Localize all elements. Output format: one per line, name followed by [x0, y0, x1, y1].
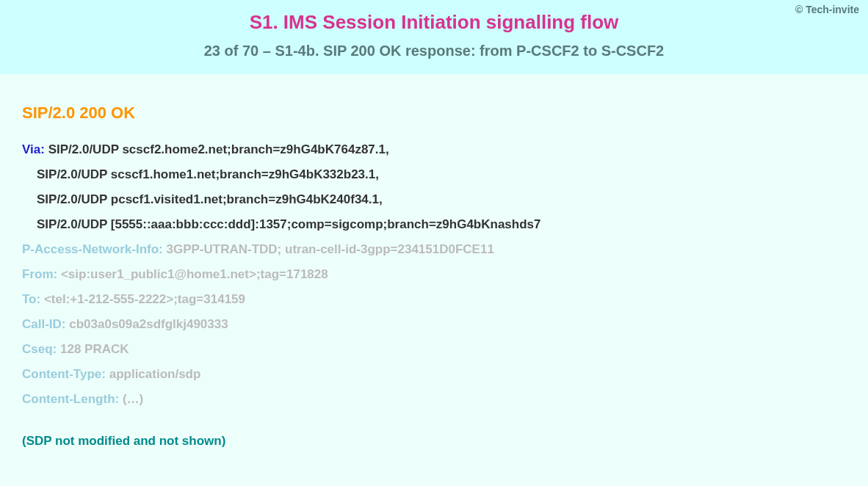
callid-header-line: Call-ID: cb03a0s09a2sdfglkj490333	[22, 312, 846, 337]
callid-header-name: Call-ID:	[22, 317, 66, 331]
copyright-notice: © Tech-invite	[795, 4, 859, 15]
pani-header-name: P-Access-Network-Info:	[22, 242, 163, 256]
cseq-header-value: 128 PRACK	[60, 342, 129, 356]
sdp-note: (SDP not modified and not shown)	[22, 434, 846, 449]
page-subtitle: 23 of 70 – S1-4b. SIP 200 OK response: f…	[15, 43, 853, 59]
via-header-name: Via:	[22, 142, 45, 156]
via-header-value-1: SIP/2.0/UDP scscf2.home2.net;branch=z9hG…	[48, 142, 389, 156]
content-length-header-value: (…)	[123, 392, 143, 406]
cseq-header-line: Cseq: 128 PRACK	[22, 337, 846, 362]
callid-header-value: cb03a0s09a2sdfglkj490333	[69, 317, 228, 331]
cseq-header-name: Cseq:	[22, 342, 57, 356]
to-header-value: <tel:+1-212-555-2222>;tag=314159	[44, 292, 245, 306]
to-header-name: To:	[22, 292, 40, 306]
content-type-header-name: Content-Type:	[22, 367, 106, 381]
sip-message-content: SIP/2.0 200 OK Via: SIP/2.0/UDP scscf2.h…	[0, 74, 868, 471]
page-header: © Tech-invite S1. IMS Session Initiation…	[0, 0, 868, 74]
from-header-value: <sip:user1_public1@home1.net>;tag=171828	[61, 267, 328, 281]
content-length-header-line: Content-Length: (…)	[22, 387, 846, 412]
from-header-name: From:	[22, 267, 57, 281]
via-header-line: Via: SIP/2.0/UDP scscf2.home2.net;branch…	[22, 137, 846, 162]
content-type-header-line: Content-Type: application/sdp	[22, 362, 846, 387]
to-header-line: To: <tel:+1-212-555-2222>;tag=314159	[22, 287, 846, 312]
content-length-header-name: Content-Length:	[22, 392, 119, 406]
via-continuation-3: SIP/2.0/UDP pcscf1.visited1.net;branch=z…	[22, 187, 846, 212]
sip-status-line: SIP/2.0 200 OK	[22, 104, 846, 123]
pani-header-line: P-Access-Network-Info: 3GPP-UTRAN-TDD; u…	[22, 237, 846, 262]
via-continuation-4: SIP/2.0/UDP [5555::aaa:bbb:ccc:ddd]:1357…	[22, 212, 846, 237]
pani-header-value: 3GPP-UTRAN-TDD; utran-cell-id-3gpp=23415…	[167, 242, 494, 256]
from-header-line: From: <sip:user1_public1@home1.net>;tag=…	[22, 262, 846, 287]
via-continuation-2: SIP/2.0/UDP scscf1.home1.net;branch=z9hG…	[22, 162, 846, 187]
content-type-header-value: application/sdp	[109, 367, 201, 381]
page-title: S1. IMS Session Initiation signalling fl…	[15, 11, 853, 34]
